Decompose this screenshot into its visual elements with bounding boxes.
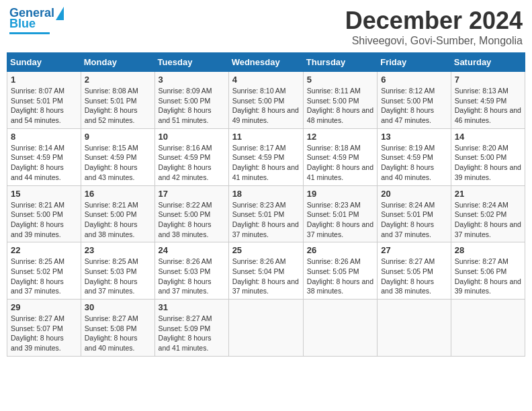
- day-number: 31: [159, 302, 225, 312]
- calendar-cell: 25Sunrise: 8:26 AMSunset: 5:04 PMDayligh…: [228, 242, 303, 300]
- page-header: General Blue December 2024 Shiveegovi, G…: [7, 7, 525, 47]
- day-number: 27: [381, 245, 447, 255]
- calendar-cell: 8Sunrise: 8:14 AMSunset: 4:59 PMDaylight…: [7, 128, 81, 185]
- calendar-cell: 13Sunrise: 8:19 AMSunset: 4:59 PMDayligh…: [378, 128, 451, 185]
- day-number: 23: [85, 245, 151, 255]
- location-title: Shiveegovi, Govi-Sumber, Mongolia: [345, 35, 523, 47]
- weekday-header-saturday: Saturday: [451, 53, 525, 72]
- weekday-header-friday: Friday: [378, 53, 451, 72]
- calendar-week-row: 1Sunrise: 8:07 AMSunset: 5:01 PMDaylight…: [7, 72, 525, 129]
- day-number: 10: [159, 132, 225, 142]
- day-info: Sunrise: 8:22 AMSunset: 5:00 PMDaylight:…: [159, 200, 225, 240]
- logo-triangle-icon: [56, 7, 64, 20]
- month-title: December 2024: [345, 7, 523, 35]
- calendar-week-row: 22Sunrise: 8:25 AMSunset: 5:02 PMDayligh…: [7, 242, 525, 300]
- day-info: Sunrise: 8:08 AMSunset: 5:01 PMDaylight:…: [85, 86, 151, 126]
- calendar-cell: 28Sunrise: 8:27 AMSunset: 5:06 PMDayligh…: [451, 242, 525, 300]
- calendar-cell: [378, 300, 451, 357]
- day-info: Sunrise: 8:23 AMSunset: 5:01 PMDaylight:…: [232, 200, 300, 240]
- day-info: Sunrise: 8:26 AMSunset: 5:03 PMDaylight:…: [159, 257, 225, 296]
- calendar-cell: 24Sunrise: 8:26 AMSunset: 5:03 PMDayligh…: [154, 242, 228, 300]
- day-info: Sunrise: 8:17 AMSunset: 4:59 PMDaylight:…: [232, 143, 300, 183]
- day-info: Sunrise: 8:23 AMSunset: 5:01 PMDaylight:…: [307, 200, 373, 240]
- calendar-cell: 1Sunrise: 8:07 AMSunset: 5:01 PMDaylight…: [7, 72, 81, 129]
- day-info: Sunrise: 8:24 AMSunset: 5:02 PMDaylight:…: [455, 200, 521, 240]
- day-number: 13: [381, 132, 447, 142]
- title-block: December 2024 Shiveegovi, Govi-Sumber, M…: [345, 7, 523, 47]
- day-number: 24: [159, 245, 225, 255]
- calendar-week-row: 29Sunrise: 8:27 AMSunset: 5:07 PMDayligh…: [7, 300, 525, 357]
- calendar-cell: 10Sunrise: 8:16 AMSunset: 4:59 PMDayligh…: [154, 128, 228, 185]
- day-number: 28: [455, 245, 521, 255]
- calendar-cell: 31Sunrise: 8:27 AMSunset: 5:09 PMDayligh…: [154, 300, 228, 357]
- day-number: 6: [381, 75, 447, 85]
- day-number: 12: [307, 132, 373, 142]
- day-info: Sunrise: 8:10 AMSunset: 5:00 PMDaylight:…: [232, 86, 300, 126]
- day-number: 25: [232, 245, 300, 255]
- day-number: 3: [159, 75, 225, 85]
- day-number: 29: [11, 302, 77, 312]
- day-info: Sunrise: 8:07 AMSunset: 5:01 PMDaylight:…: [11, 86, 77, 126]
- calendar-cell: 18Sunrise: 8:23 AMSunset: 5:01 PMDayligh…: [228, 185, 303, 242]
- day-number: 16: [85, 189, 151, 199]
- day-info: Sunrise: 8:21 AMSunset: 5:00 PMDaylight:…: [85, 200, 151, 240]
- logo-underline: [9, 32, 50, 34]
- day-number: 20: [381, 189, 447, 199]
- day-info: Sunrise: 8:16 AMSunset: 4:59 PMDaylight:…: [159, 143, 225, 183]
- day-info: Sunrise: 8:27 AMSunset: 5:09 PMDaylight:…: [159, 314, 225, 353]
- day-info: Sunrise: 8:12 AMSunset: 5:00 PMDaylight:…: [381, 86, 447, 126]
- calendar-cell: 6Sunrise: 8:12 AMSunset: 5:00 PMDaylight…: [378, 72, 451, 129]
- day-info: Sunrise: 8:25 AMSunset: 5:03 PMDaylight:…: [85, 257, 151, 296]
- day-info: Sunrise: 8:26 AMSunset: 5:05 PMDaylight:…: [307, 257, 373, 296]
- day-number: 1: [11, 75, 77, 85]
- day-info: Sunrise: 8:15 AMSunset: 4:59 PMDaylight:…: [85, 143, 151, 183]
- day-number: 5: [307, 75, 373, 85]
- day-info: Sunrise: 8:18 AMSunset: 4:59 PMDaylight:…: [307, 143, 373, 183]
- calendar-cell: 23Sunrise: 8:25 AMSunset: 5:03 PMDayligh…: [81, 242, 154, 300]
- day-number: 4: [232, 75, 300, 85]
- weekday-header-sunday: Sunday: [7, 53, 81, 72]
- day-number: 7: [455, 75, 521, 85]
- calendar-cell: 16Sunrise: 8:21 AMSunset: 5:00 PMDayligh…: [81, 185, 154, 242]
- day-number: 26: [307, 245, 373, 255]
- calendar-cell: [303, 300, 377, 357]
- day-info: Sunrise: 8:27 AMSunset: 5:07 PMDaylight:…: [11, 314, 77, 353]
- calendar-cell: 17Sunrise: 8:22 AMSunset: 5:00 PMDayligh…: [154, 185, 228, 242]
- day-info: Sunrise: 8:26 AMSunset: 5:04 PMDaylight:…: [232, 257, 300, 296]
- logo: General Blue: [9, 7, 64, 34]
- calendar-cell: 12Sunrise: 8:18 AMSunset: 4:59 PMDayligh…: [303, 128, 377, 185]
- calendar-cell: [228, 300, 303, 357]
- day-info: Sunrise: 8:27 AMSunset: 5:05 PMDaylight:…: [381, 257, 447, 296]
- calendar-table: SundayMondayTuesdayWednesdayThursdayFrid…: [7, 52, 525, 357]
- calendar-week-row: 8Sunrise: 8:14 AMSunset: 4:59 PMDaylight…: [7, 128, 525, 185]
- day-number: 21: [455, 189, 521, 199]
- weekday-header-thursday: Thursday: [303, 53, 377, 72]
- day-number: 19: [307, 189, 373, 199]
- calendar-cell: 20Sunrise: 8:24 AMSunset: 5:01 PMDayligh…: [378, 185, 451, 242]
- calendar-cell: 30Sunrise: 8:27 AMSunset: 5:08 PMDayligh…: [81, 300, 154, 357]
- day-info: Sunrise: 8:20 AMSunset: 5:00 PMDaylight:…: [455, 143, 521, 183]
- calendar-cell: 29Sunrise: 8:27 AMSunset: 5:07 PMDayligh…: [7, 300, 81, 357]
- calendar-cell: 2Sunrise: 8:08 AMSunset: 5:01 PMDaylight…: [81, 72, 154, 129]
- day-info: Sunrise: 8:27 AMSunset: 5:08 PMDaylight:…: [85, 314, 151, 353]
- day-number: 22: [11, 245, 77, 255]
- day-info: Sunrise: 8:19 AMSunset: 4:59 PMDaylight:…: [381, 143, 447, 183]
- weekday-header-monday: Monday: [81, 53, 154, 72]
- calendar-header-row: SundayMondayTuesdayWednesdayThursdayFrid…: [7, 53, 525, 72]
- day-number: 30: [85, 302, 151, 312]
- calendar-cell: 21Sunrise: 8:24 AMSunset: 5:02 PMDayligh…: [451, 185, 525, 242]
- calendar-body: 1Sunrise: 8:07 AMSunset: 5:01 PMDaylight…: [7, 72, 525, 357]
- day-info: Sunrise: 8:13 AMSunset: 4:59 PMDaylight:…: [455, 86, 521, 126]
- calendar-cell: 26Sunrise: 8:26 AMSunset: 5:05 PMDayligh…: [303, 242, 377, 300]
- calendar-cell: 3Sunrise: 8:09 AMSunset: 5:00 PMDaylight…: [154, 72, 228, 129]
- calendar-cell: 22Sunrise: 8:25 AMSunset: 5:02 PMDayligh…: [7, 242, 81, 300]
- calendar-week-row: 15Sunrise: 8:21 AMSunset: 5:00 PMDayligh…: [7, 185, 525, 242]
- day-number: 9: [85, 132, 151, 142]
- calendar-cell: 14Sunrise: 8:20 AMSunset: 5:00 PMDayligh…: [451, 128, 525, 185]
- calendar-cell: 15Sunrise: 8:21 AMSunset: 5:00 PMDayligh…: [7, 185, 81, 242]
- weekday-header-tuesday: Tuesday: [154, 53, 228, 72]
- calendar-cell: 27Sunrise: 8:27 AMSunset: 5:05 PMDayligh…: [378, 242, 451, 300]
- calendar-cell: 7Sunrise: 8:13 AMSunset: 4:59 PMDaylight…: [451, 72, 525, 129]
- calendar-cell: 5Sunrise: 8:11 AMSunset: 5:00 PMDaylight…: [303, 72, 377, 129]
- calendar-cell: 4Sunrise: 8:10 AMSunset: 5:00 PMDaylight…: [228, 72, 303, 129]
